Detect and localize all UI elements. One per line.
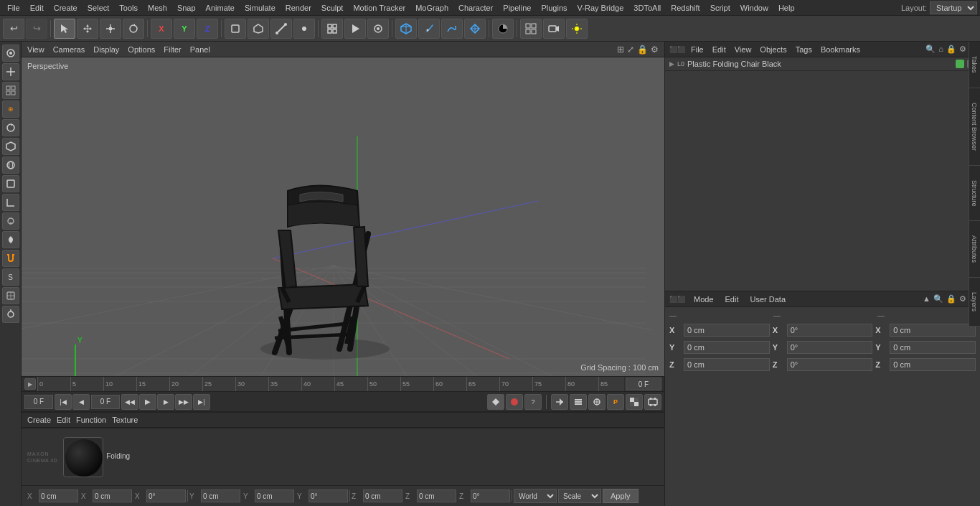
mat-tab-edit[interactable]: Edit bbox=[57, 416, 70, 424]
attr-z-pos-field[interactable]: 0 cm bbox=[684, 358, 770, 371]
attr-y-rot-field[interactable]: 0° bbox=[787, 341, 873, 354]
sidebar-snap-btn[interactable]: ⊕ bbox=[2, 100, 19, 118]
coord-z-input[interactable] bbox=[363, 489, 402, 502]
auto-key-btn[interactable]: P bbox=[607, 394, 624, 410]
film-btn[interactable] bbox=[644, 394, 661, 410]
menu-snap[interactable]: Snap bbox=[173, 2, 200, 14]
obj-tab-objects[interactable]: Objects bbox=[757, 44, 789, 55]
menu-mograph[interactable]: MoGraph bbox=[411, 2, 453, 14]
viewport-arrows-icon[interactable]: ⤢ bbox=[627, 44, 634, 55]
menu-pipeline[interactable]: Pipeline bbox=[499, 2, 535, 14]
redo-button[interactable]: ↪ bbox=[26, 19, 47, 39]
attr-x-pos-field[interactable]: 0 cm bbox=[684, 324, 770, 337]
attr-y-scale-field[interactable]: 0 cm bbox=[890, 341, 976, 354]
play-fwd-btn[interactable]: ▶▶ bbox=[175, 394, 192, 410]
render-btn[interactable] bbox=[344, 19, 366, 39]
attr-tab-edit[interactable]: Edit bbox=[722, 294, 742, 305]
edge-mode-btn[interactable] bbox=[270, 19, 292, 39]
render-settings-btn[interactable] bbox=[367, 19, 389, 39]
undo-button[interactable]: ↩ bbox=[3, 19, 24, 39]
attr-y-pos-field[interactable]: 0 cm bbox=[684, 341, 770, 354]
sidebar-cube-btn[interactable] bbox=[2, 138, 19, 155]
mat-tab-function[interactable]: Function bbox=[76, 416, 106, 424]
sidebar-magnet-btn[interactable] bbox=[2, 250, 19, 267]
coord-x3-input[interactable] bbox=[146, 489, 186, 502]
material-preview[interactable] bbox=[63, 437, 103, 477]
tab-structure[interactable]: Structure bbox=[969, 166, 980, 222]
menu-script[interactable]: Script bbox=[706, 2, 735, 14]
sidebar-hook-btn[interactable] bbox=[2, 306, 19, 323]
obj-tab-view[interactable]: View bbox=[732, 44, 755, 55]
prev-keyframe-btn[interactable]: |◀ bbox=[55, 394, 72, 410]
timeline-ruler[interactable]: 0 5 10 15 20 25 30 35 40 45 50 55 60 65 … bbox=[37, 377, 624, 391]
tab-attributes[interactable]: Attributes bbox=[969, 221, 980, 278]
sidebar-paint-btn[interactable] bbox=[2, 212, 19, 230]
checkerboard-btn[interactable] bbox=[626, 394, 643, 410]
menu-mesh[interactable]: Mesh bbox=[143, 2, 171, 14]
attr-search-icon[interactable]: 🔍 bbox=[933, 294, 943, 304]
attr-x-rot-field[interactable]: 0° bbox=[787, 324, 873, 337]
attr-x-scale-field[interactable]: 0 cm bbox=[890, 324, 976, 337]
menu-motion-tracker[interactable]: Motion Tracker bbox=[349, 2, 410, 14]
sidebar-material2-btn[interactable]: S bbox=[2, 268, 19, 286]
z-axis-btn[interactable]: Z bbox=[197, 19, 218, 39]
menu-tools[interactable]: Tools bbox=[115, 2, 142, 14]
sidebar-box-btn[interactable] bbox=[2, 175, 19, 192]
coord-y-input[interactable] bbox=[201, 489, 240, 502]
menu-render[interactable]: Render bbox=[281, 2, 316, 14]
mat-tab-texture[interactable]: Texture bbox=[112, 416, 138, 424]
attr-tab-userdata[interactable]: User Data bbox=[748, 294, 789, 305]
viewport-expand-icon[interactable]: ⊞ bbox=[617, 44, 624, 55]
attr-settings-icon[interactable]: ⚙ bbox=[959, 294, 966, 304]
point-mode-btn[interactable] bbox=[293, 19, 315, 39]
sidebar-grid-btn[interactable] bbox=[2, 82, 19, 99]
move-tool[interactable] bbox=[77, 19, 98, 39]
attr-z-scale-field[interactable]: 0 cm bbox=[890, 358, 976, 371]
sidebar-sculpt-btn[interactable] bbox=[2, 231, 19, 248]
frame-start-input[interactable] bbox=[24, 395, 53, 409]
attr-z-rot-field[interactable]: 0° bbox=[787, 358, 873, 371]
timeline-expand-btn[interactable]: ▶ bbox=[24, 378, 36, 390]
menu-sculpt[interactable]: Sculpt bbox=[317, 2, 348, 14]
attr-tab-mode[interactable]: Mode bbox=[691, 294, 717, 305]
menu-create[interactable]: Create bbox=[50, 2, 82, 14]
play-btn[interactable]: ▶ bbox=[139, 394, 156, 410]
viewport-display-menu[interactable]: Display bbox=[93, 45, 119, 54]
viewport-view-menu[interactable]: View bbox=[27, 45, 44, 54]
coord-z2-input[interactable] bbox=[417, 489, 456, 502]
light-btn[interactable] bbox=[566, 19, 588, 39]
viewport[interactable]: X Y bbox=[22, 57, 664, 376]
sidebar-rotate2-btn[interactable] bbox=[2, 119, 19, 136]
sidebar-sphere-btn[interactable] bbox=[2, 156, 19, 174]
viewport-settings-icon[interactable]: ⚙ bbox=[651, 44, 659, 55]
scale-tool[interactable] bbox=[100, 19, 121, 39]
obj-tab-edit[interactable]: Edit bbox=[710, 44, 729, 55]
grid-btn[interactable] bbox=[520, 19, 542, 39]
object-visibility-dot[interactable] bbox=[956, 60, 964, 68]
coord-x-input[interactable] bbox=[39, 489, 78, 502]
keyframe-record-btn[interactable] bbox=[506, 394, 523, 410]
obj-tab-file[interactable]: File bbox=[688, 44, 707, 55]
menu-file[interactable]: File bbox=[3, 2, 24, 14]
step-fwd-btn[interactable]: ▶ bbox=[157, 394, 174, 410]
obj-search-icon[interactable]: 🔍 bbox=[925, 44, 936, 54]
menu-edit[interactable]: Edit bbox=[26, 2, 48, 14]
sidebar-crosshair-btn[interactable] bbox=[2, 63, 19, 80]
polygon-mode-btn[interactable] bbox=[248, 19, 269, 39]
menu-3dtoall[interactable]: 3DToAll bbox=[629, 2, 665, 14]
viewport-lock-icon[interactable]: 🔒 bbox=[637, 44, 648, 55]
frame-mid-input[interactable] bbox=[91, 395, 120, 409]
coord-x2-input[interactable] bbox=[93, 489, 132, 502]
sidebar-mode-btn[interactable] bbox=[2, 44, 19, 62]
play-back-btn[interactable]: ◀◀ bbox=[121, 394, 138, 410]
obj-home-icon[interactable]: ⌂ bbox=[938, 44, 943, 54]
object-mode-btn[interactable] bbox=[225, 19, 246, 39]
menu-select[interactable]: Select bbox=[83, 2, 114, 14]
select-tool[interactable] bbox=[54, 19, 75, 39]
coord-y3-input[interactable] bbox=[308, 489, 348, 502]
render-region-btn[interactable] bbox=[321, 19, 343, 39]
x-axis-btn[interactable]: X bbox=[151, 19, 172, 39]
motion-key-btn[interactable] bbox=[551, 394, 568, 410]
obj-tab-tags[interactable]: Tags bbox=[793, 44, 815, 55]
mat-tab-create[interactable]: Create bbox=[27, 416, 51, 424]
